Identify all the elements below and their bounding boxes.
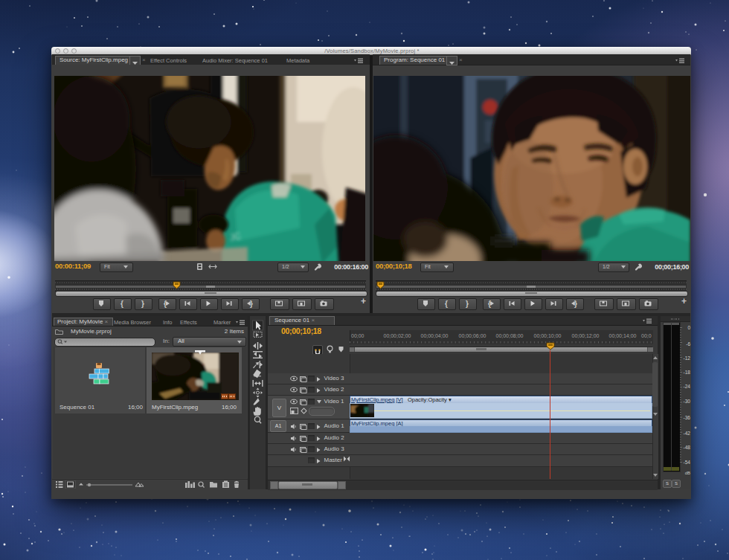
svg-text:}: }	[141, 300, 144, 308]
svg-text:}: }	[466, 300, 469, 308]
svg-text:{: {	[445, 300, 448, 308]
svg-text:{: {	[121, 300, 123, 308]
